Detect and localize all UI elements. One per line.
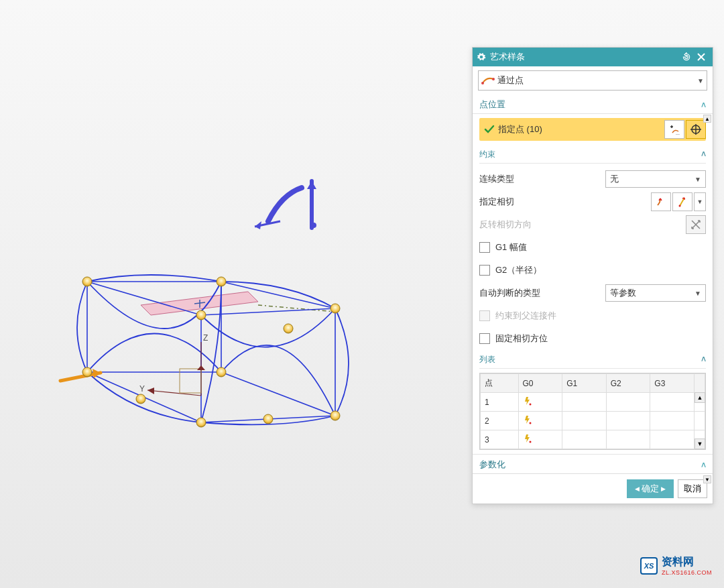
g2-radius-row[interactable]: G2（半径） (479, 259, 706, 282)
svg-point-5 (217, 277, 226, 286)
table-row[interactable]: 3 (481, 430, 705, 449)
specify-tangent-row: 指定相切 ▼ (479, 190, 706, 213)
svg-point-7 (196, 310, 206, 320)
watermark-brand: 资料网 (662, 555, 712, 569)
watermark: XS 资料网 ZL.XS1616.COM (640, 555, 712, 576)
col-point[interactable]: 点 (481, 374, 519, 393)
svg-point-12 (263, 414, 273, 424)
bolt-icon (523, 396, 532, 406)
auto-infer-type-row: 自动判断的类型 等参数 ▼ (479, 282, 706, 304)
svg-point-4 (82, 277, 92, 286)
svg-point-14 (284, 324, 293, 333)
ok-button[interactable]: ◀确定▶ (627, 479, 674, 498)
constraints-header[interactable]: 约束 ʌ (479, 145, 706, 164)
svg-point-15 (481, 82, 484, 84)
list-subheader[interactable]: 列表 ʌ (479, 350, 706, 369)
tangent-vector-button[interactable] (651, 192, 671, 211)
constrain-parent-checkbox (479, 310, 490, 321)
table-row[interactable]: 2 (481, 412, 705, 430)
g2-checkbox[interactable] (479, 265, 490, 276)
col-g3[interactable]: G3 (650, 374, 695, 393)
g1-checkbox[interactable] (479, 242, 490, 253)
section-parameterization-header[interactable]: 参数化 ʌ (473, 454, 713, 473)
dialog-titlebar[interactable]: 艺术样条 (473, 48, 713, 66)
scroll-down-icon[interactable]: ▼ (703, 475, 711, 483)
svg-point-10 (136, 394, 145, 404)
dialog-title: 艺术样条 (490, 51, 679, 63)
auto-infer-type-select[interactable]: 等参数 ▼ (605, 284, 706, 302)
bolt-icon (523, 415, 532, 424)
constrain-parent-row: 约束到父连接件 (479, 304, 706, 327)
specify-point-row[interactable]: 指定点 (10) ... (479, 118, 706, 141)
svg-point-9 (217, 367, 226, 377)
constraints-table[interactable]: 点 G0 G1 G2 G3 123 ▲ ▼ (479, 373, 706, 450)
through-points-icon (481, 75, 495, 86)
chevron-down-icon: ▼ (695, 176, 701, 183)
chevron-down-icon: ▼ (695, 290, 701, 297)
panel-scrollbar[interactable]: ▲ ▼ (703, 115, 711, 483)
fix-tangent-checkbox[interactable] (479, 333, 490, 344)
col-g0[interactable]: G0 (518, 374, 562, 393)
watermark-sub: ZL.XS1616.COM (662, 569, 712, 576)
specify-point-label: 指定点 (10) (497, 123, 663, 135)
svg-point-6 (330, 304, 340, 313)
bolt-icon (523, 434, 532, 443)
point-constructor-button[interactable]: ... (664, 120, 684, 139)
svg-point-21 (529, 422, 531, 424)
svg-point-8 (82, 367, 92, 377)
table-row[interactable]: 1 (481, 393, 705, 412)
svg-text:Y: Y (139, 384, 145, 394)
col-g2[interactable]: G2 (606, 374, 650, 393)
col-g1[interactable]: G1 (562, 374, 607, 393)
svg-point-22 (529, 441, 531, 443)
scroll-up-icon[interactable]: ▲ (703, 115, 711, 123)
studio-spline-dialog: 艺术样条 通过点 ▼ 点位置 ʌ (472, 47, 713, 504)
svg-point-19 (679, 205, 681, 207)
collapse-icon: ʌ (701, 100, 706, 109)
svg-point-11 (196, 418, 206, 427)
svg-text:...: ... (676, 131, 680, 135)
svg-text:Z: Z (203, 333, 208, 343)
reverse-tangent-row: 反转相切方向 (479, 213, 706, 236)
type-selector-label: 通过点 (497, 74, 695, 86)
type-selector[interactable]: 通过点 ▼ (478, 70, 707, 91)
viewport-svg: Z Y (0, 0, 429, 588)
svg-point-16 (492, 78, 495, 80)
section-point-position-header[interactable]: 点位置 ʌ (473, 95, 713, 113)
g1-magnitude-row[interactable]: G1 幅值 (479, 236, 706, 259)
continuity-type-row: 连续类型 无 ▼ (479, 168, 706, 190)
close-icon[interactable] (694, 50, 709, 64)
svg-point-20 (529, 404, 531, 406)
svg-point-0 (311, 223, 316, 228)
continuity-type-select[interactable]: 无 ▼ (605, 170, 706, 188)
gear-icon[interactable] (477, 52, 486, 62)
dialog-footer: ◀确定▶ 取消 (473, 473, 713, 504)
infer-tangent-button[interactable] (672, 192, 692, 211)
reset-icon[interactable] (679, 50, 694, 64)
fix-tangent-row[interactable]: 固定相切方位 (479, 327, 706, 350)
chevron-down-icon: ▼ (695, 77, 707, 84)
check-icon (482, 122, 497, 137)
svg-point-13 (330, 411, 340, 420)
watermark-logo: XS (640, 557, 658, 575)
